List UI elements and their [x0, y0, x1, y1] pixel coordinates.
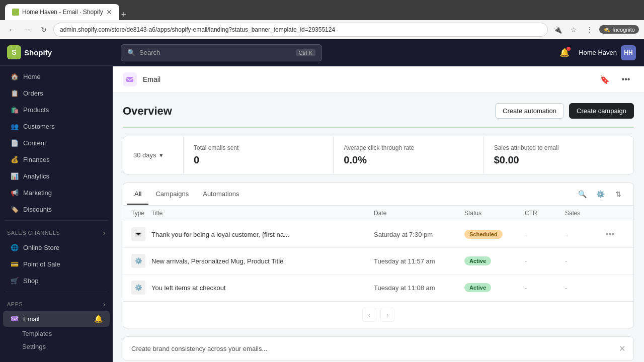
orders-icon: 📋	[10, 88, 19, 98]
row-title-1: New arrivals, Personalized Mug, Product …	[151, 257, 374, 265]
customers-icon: 👥	[10, 122, 19, 131]
stat-ctr: Average click-through rate 0.0%	[334, 136, 484, 174]
sidebar-item-marketing[interactable]: 📢 Marketing	[3, 185, 110, 201]
email-row-icon	[131, 227, 145, 241]
app-header-bar: Email 🔖 •••	[113, 66, 644, 93]
extensions-button[interactable]: 🔌	[551, 23, 564, 36]
sidebar-sub-settings[interactable]: Settings	[3, 340, 110, 353]
sidebar-item-analytics[interactable]: 📊 Analytics	[3, 168, 110, 184]
sidebar-item-label: Products	[23, 106, 49, 114]
sidebar-item-discounts[interactable]: 🏷️ Discounts	[3, 201, 110, 217]
apps-expand-icon[interactable]: ›	[103, 300, 106, 308]
sidebar-item-customers[interactable]: 👥 Customers	[3, 118, 110, 134]
sidebar-item-settings[interactable]: ⚙️ Settings	[6, 360, 107, 362]
back-button[interactable]: ←	[5, 23, 18, 36]
next-page-button[interactable]: ›	[380, 308, 394, 322]
bookmark-app-button[interactable]: 🔖	[597, 71, 613, 87]
expand-icon[interactable]: ›	[103, 229, 106, 237]
sidebar-item-point-of-sale[interactable]: 💳 Point of Sale	[3, 256, 110, 272]
stats-period-selector[interactable]: 30 days ▾	[123, 136, 184, 174]
home-icon: 🏠	[10, 72, 19, 81]
topbar: 🔍 Search Ctrl K 🔔 Home Haven HH	[113, 39, 644, 66]
sidebar-sub-templates[interactable]: Templates	[3, 327, 110, 340]
store-info[interactable]: Home Haven HH	[579, 45, 636, 60]
row-status-2: Active	[464, 283, 525, 292]
notification-button[interactable]: 🔔	[556, 45, 573, 61]
sidebar-bottom: ⚙️ Settings	[0, 355, 113, 362]
tab-close-icon[interactable]: ✕	[106, 8, 112, 16]
app-layout: S Shopify 🏠 Home 📋 Orders 🛍️ Products 👥 …	[0, 39, 644, 362]
store-name: Home Haven	[579, 49, 617, 56]
email-notification-icon[interactable]: 🔔	[94, 315, 103, 323]
stat-ctr-value: 0.0%	[344, 154, 473, 166]
active-tab[interactable]: Home Haven - Email · Shopify ✕	[5, 4, 119, 20]
forward-button[interactable]: →	[21, 23, 34, 36]
page-title: Overview	[123, 105, 172, 118]
table-row[interactable]: ⚙️ You left items at checkout Tuesday at…	[123, 275, 633, 301]
prev-page-button[interactable]: ‹	[362, 308, 376, 322]
table-row[interactable]: ⚙️ New arrivals, Personalized Mug, Produ…	[123, 248, 633, 275]
table-row[interactable]: Thank you for being a loyal customer, {f…	[123, 221, 633, 248]
tab-automations[interactable]: Automations	[196, 184, 246, 205]
create-automation-button[interactable]: Create automation	[495, 103, 564, 119]
gear-row-icon-1: ⚙️	[131, 254, 145, 268]
sidebar-item-shop[interactable]: 🛒 Shop	[3, 273, 110, 289]
browser-chrome: Home Haven - Email · Shopify ✕ +	[0, 0, 644, 20]
stat-total-emails-value: 0	[194, 154, 323, 166]
sidebar-item-orders[interactable]: 📋 Orders	[3, 85, 110, 101]
topbar-right: 🔔 Home Haven HH	[556, 45, 636, 61]
row-ctr-1: -	[525, 257, 565, 265]
row-status-1: Active	[464, 256, 525, 265]
search-table-button[interactable]: 🔍	[575, 187, 589, 201]
row-more-0[interactable]: •••	[605, 229, 625, 240]
sidebar: S Shopify 🏠 Home 📋 Orders 🛍️ Products 👥 …	[0, 39, 113, 362]
address-bar[interactable]: admin.shopify.com/store/de8143-a6/apps/s…	[53, 23, 548, 37]
incognito-icon: 🕵️	[603, 26, 610, 33]
page-title-area: Overview Create automation Create campai…	[113, 93, 644, 127]
search-input[interactable]: 🔍 Search Ctrl K	[121, 44, 322, 61]
sales-channels-label: Sales channels	[7, 230, 60, 236]
new-tab-button[interactable]: +	[121, 10, 127, 20]
content-icon: 📄	[10, 138, 19, 147]
sidebar-item-label: Point of Sale	[23, 260, 60, 268]
bottom-teaser-close-button[interactable]: ✕	[619, 344, 625, 353]
sidebar-item-products[interactable]: 🛍️ Products	[3, 102, 110, 118]
col-sales: Sales	[565, 210, 605, 217]
tab-all[interactable]: All	[127, 184, 148, 205]
sidebar-item-finances[interactable]: 💰 Finances	[3, 151, 110, 167]
filter-table-button[interactable]: ⚙️	[593, 187, 607, 201]
period-dropdown-icon: ▾	[159, 151, 163, 159]
sort-table-button[interactable]: ⇅	[611, 187, 625, 201]
col-title: Title	[151, 210, 374, 217]
apps-header: Apps ›	[0, 295, 113, 310]
bookmark-button[interactable]: ☆	[567, 23, 580, 36]
sidebar-item-label: Content	[23, 139, 46, 147]
row-sales-1: -	[565, 257, 605, 265]
refresh-button[interactable]: ↻	[37, 23, 50, 36]
row-title-2: You left items at checkout	[151, 284, 374, 292]
store-avatar: HH	[621, 45, 636, 60]
menu-button[interactable]: ⋮	[583, 23, 596, 36]
stat-total-emails-label: Total emails sent	[194, 144, 323, 151]
shopify-logo[interactable]: S Shopify	[7, 45, 52, 59]
create-campaign-button[interactable]: Create campaign	[569, 103, 634, 119]
email-app-header-icon	[123, 72, 137, 86]
stat-total-emails: Total emails sent 0	[184, 136, 334, 174]
search-icon: 🔍	[127, 49, 135, 56]
main-content: Email 🔖 ••• Overview Create automation C…	[113, 66, 644, 362]
sidebar-item-email[interactable]: Email 🔔	[3, 311, 110, 327]
page-actions: Create automation Create campaign	[495, 103, 634, 119]
templates-label: Templates	[22, 330, 52, 337]
tab-favicon	[12, 9, 19, 16]
svg-rect-1	[126, 77, 133, 82]
sidebar-item-content[interactable]: 📄 Content	[3, 135, 110, 151]
sidebar-item-label: Orders	[23, 89, 43, 97]
tab-campaigns[interactable]: Campaigns	[148, 184, 196, 205]
sidebar-item-home[interactable]: 🏠 Home	[3, 68, 110, 84]
pos-icon: 💳	[10, 259, 19, 268]
browser-tabs: Home Haven - Email · Shopify ✕ +	[5, 0, 126, 20]
sidebar-item-online-store[interactable]: 🌐 Online Store	[3, 239, 110, 255]
discounts-icon: 🏷️	[10, 205, 19, 214]
more-options-button[interactable]: •••	[618, 71, 634, 87]
row-icon-2: ⚙️	[131, 281, 151, 295]
